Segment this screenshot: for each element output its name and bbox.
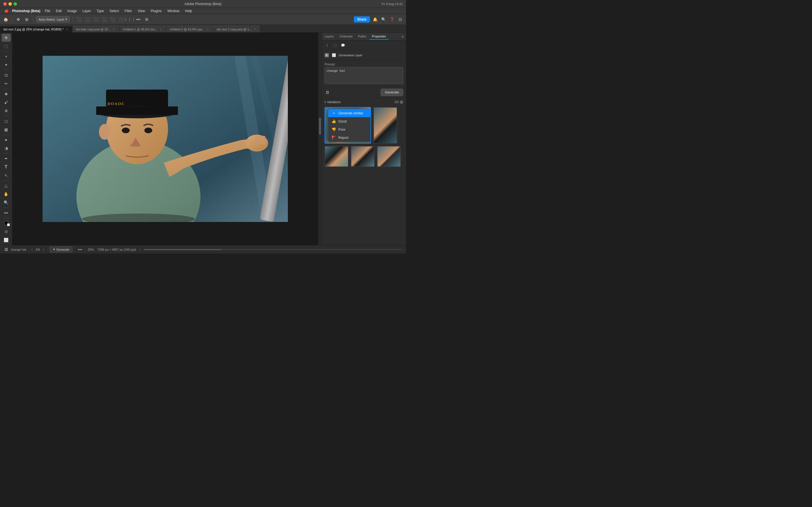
tab-channels[interactable]: Channels bbox=[337, 34, 355, 40]
panel-icon-2[interactable]: ⬚ bbox=[332, 42, 338, 48]
menu-select[interactable]: Select bbox=[107, 8, 121, 13]
ctx-report[interactable]: 🚩 Report bbox=[328, 133, 371, 142]
menu-window[interactable]: Window bbox=[165, 8, 182, 13]
thumbnail-4[interactable] bbox=[351, 146, 375, 167]
maximize-button[interactable] bbox=[13, 2, 17, 6]
blur-tool[interactable]: ● bbox=[2, 136, 11, 144]
panel-icon-1[interactable]: ⟨ bbox=[324, 42, 330, 48]
distribute-icon[interactable]: ⋮⋮⋮ bbox=[126, 16, 133, 23]
auto-select-dropdown[interactable]: Auto-Select: Layer ▾ bbox=[36, 16, 70, 22]
eraser-tool[interactable]: ◻ bbox=[2, 117, 11, 125]
menu-type[interactable]: Type bbox=[94, 8, 106, 13]
quick-mask-tool[interactable]: ⊙ bbox=[2, 228, 11, 235]
tab-close-4[interactable]: × bbox=[206, 27, 209, 31]
type-tool[interactable]: T bbox=[2, 163, 11, 171]
variations-grid-icon[interactable]: ⊞ bbox=[400, 100, 403, 104]
tab-layers[interactable]: Layers bbox=[322, 34, 337, 40]
clone-stamp-tool[interactable]: ⊕ bbox=[2, 107, 11, 115]
size-chevron-icon[interactable]: › bbox=[140, 248, 140, 251]
tab-paths[interactable]: Paths bbox=[356, 34, 369, 40]
tab-untitled-2[interactable]: Untitled-2 @ 63,9% (pa... × bbox=[166, 25, 213, 33]
menu-apple[interactable]: 🍎 bbox=[2, 8, 11, 13]
rectangular-marquee-tool[interactable]: ⬚ bbox=[2, 42, 11, 50]
settings-icon[interactable]: ⚙ bbox=[143, 16, 150, 23]
thumbnail-3[interactable] bbox=[324, 146, 349, 167]
scrollbar-thumb-vertical[interactable] bbox=[319, 118, 321, 135]
prompt-textarea[interactable]: change hat bbox=[324, 67, 403, 84]
brush-tool[interactable]: 🖌 bbox=[2, 98, 11, 106]
align-left-icon[interactable]: ⬛ bbox=[75, 16, 82, 23]
menu-edit[interactable]: Edit bbox=[54, 8, 64, 13]
tab-close-2[interactable]: × bbox=[112, 27, 116, 31]
right-panel: Layers Channels Paths Properties ≡ ⟨ ⬚ 💬… bbox=[321, 33, 406, 245]
tab-untitled-1[interactable]: Untitled-1 @ 48,6% (Im... × bbox=[119, 25, 166, 33]
menu-plugins[interactable]: Plugins bbox=[148, 8, 164, 13]
arrange-icon[interactable]: ⊡ bbox=[397, 16, 404, 23]
path-selection-tool[interactable]: ↖ bbox=[2, 172, 11, 179]
move-tool[interactable]: ✥ bbox=[2, 34, 11, 42]
foreground-color[interactable] bbox=[2, 219, 11, 227]
eyedropper-tool[interactable]: ✏ bbox=[2, 80, 11, 88]
panel-menu-icon[interactable]: ≡ bbox=[399, 34, 406, 39]
gradient-tool[interactable]: ▦ bbox=[2, 126, 11, 133]
bottom-generate-button[interactable]: ✦ Generate bbox=[50, 246, 72, 252]
align-mid-icon[interactable]: ⬛ bbox=[109, 16, 116, 23]
search-icon[interactable]: 🔍 bbox=[380, 16, 387, 23]
magic-wand-tool[interactable]: ✦ bbox=[2, 61, 11, 69]
menu-view[interactable]: View bbox=[135, 8, 147, 13]
status-more-options[interactable]: ••• bbox=[76, 247, 85, 252]
lasso-tool[interactable]: ⌖ bbox=[2, 53, 11, 61]
tab-doi-balo[interactable]: doi balo copy.psd @ 25... × bbox=[72, 25, 119, 33]
help-circle-icon[interactable]: ❓ bbox=[389, 16, 395, 23]
menu-filter[interactable]: Filter bbox=[122, 8, 135, 13]
menu-app-name[interactable]: Photoshop (Beta) bbox=[12, 9, 40, 13]
thumbnail-5[interactable] bbox=[377, 146, 401, 167]
notification-icon[interactable]: 🔔 bbox=[371, 16, 378, 23]
canvas-scrollbar-vertical[interactable] bbox=[318, 33, 321, 245]
transform-icon[interactable]: ⊞ bbox=[23, 16, 30, 23]
pen-tool[interactable]: ✒ bbox=[2, 155, 11, 163]
generate-button[interactable]: Generate bbox=[380, 89, 403, 96]
tab-properties[interactable]: Properties bbox=[369, 34, 389, 40]
thumbnail-2[interactable] bbox=[373, 107, 397, 144]
home-icon[interactable]: 🏠 bbox=[2, 16, 9, 23]
status-image-icon[interactable]: 🖼 bbox=[3, 247, 9, 252]
minimize-button[interactable] bbox=[8, 2, 12, 6]
menu-file[interactable]: File bbox=[43, 8, 52, 13]
horizontal-scrollbar[interactable] bbox=[144, 249, 403, 250]
close-button[interactable] bbox=[3, 2, 7, 6]
tab-close-1[interactable]: × bbox=[65, 27, 69, 31]
variations-chevron-icon[interactable]: ▾ bbox=[324, 101, 326, 104]
screen-mode-tool[interactable]: ⬜ bbox=[2, 236, 11, 244]
share-button[interactable]: Share bbox=[354, 16, 370, 22]
ctx-good[interactable]: 👍 Good bbox=[328, 117, 371, 125]
prev-arrow[interactable]: ‹ bbox=[29, 247, 35, 252]
ctx-poor[interactable]: 👎 Poor bbox=[328, 125, 371, 133]
auto-select-value: Layer bbox=[57, 18, 64, 21]
tab-close-5[interactable]: × bbox=[253, 27, 257, 31]
align-right-icon[interactable]: ⬛ bbox=[93, 16, 99, 23]
panel-icon-chat[interactable]: 💬 bbox=[340, 42, 346, 48]
crop-tool[interactable]: ⊡ bbox=[2, 71, 11, 79]
align-top-icon[interactable]: ⬛ bbox=[101, 16, 108, 23]
hand-tool[interactable]: ✋ bbox=[2, 190, 11, 198]
move-tool-icon[interactable]: ✥ bbox=[15, 16, 22, 23]
image-action-icon[interactable]: 🖼 bbox=[324, 90, 330, 95]
menu-layer[interactable]: Layer bbox=[80, 8, 93, 13]
menu-image[interactable]: Image bbox=[65, 8, 79, 13]
next-arrow[interactable]: › bbox=[41, 247, 46, 252]
dodge-tool[interactable]: ◑ bbox=[2, 144, 11, 152]
tab-doi-non-2[interactable]: doi non 2.jpg @ 25% (change hat, RGB/8) … bbox=[0, 25, 72, 33]
healing-brush-tool[interactable]: ✚ bbox=[2, 90, 11, 98]
align-center-icon[interactable]: ⬛ bbox=[84, 16, 91, 23]
more-options-icon[interactable]: ••• bbox=[135, 16, 142, 23]
shape-tool[interactable]: △ bbox=[2, 182, 11, 189]
tab-close-3[interactable]: × bbox=[159, 27, 163, 31]
tab-doi-non-copy[interactable]: doi non 2 copy.psd @ 1... × bbox=[213, 25, 260, 33]
thumbnail-1[interactable]: ≈ Generate similar 👍 Good 👎 Poor 🚩 bbox=[324, 107, 371, 144]
menu-help[interactable]: Help bbox=[183, 8, 194, 13]
zoom-tool[interactable]: 🔍 bbox=[2, 199, 11, 207]
horizontal-scrollbar-thumb[interactable] bbox=[144, 249, 221, 250]
more-tools[interactable]: ••• bbox=[2, 209, 11, 217]
ctx-generate-similar[interactable]: ≈ Generate similar bbox=[328, 109, 371, 117]
